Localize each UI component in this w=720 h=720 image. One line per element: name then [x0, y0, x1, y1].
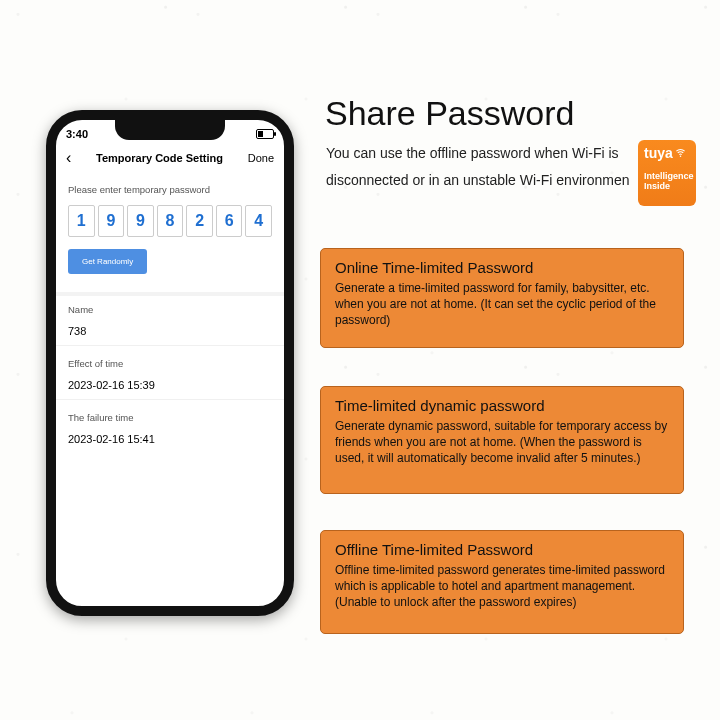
- page-title: Temporary Code Setting: [96, 152, 223, 164]
- feature-card-online: Online Time-limited Password Generate a …: [320, 248, 684, 348]
- wifi-icon: [675, 147, 686, 158]
- password-digit[interactable]: 1: [68, 205, 95, 237]
- nav-bar: ‹ Temporary Code Setting Done: [56, 148, 284, 172]
- card-body: Generate dynamic password, suitable for …: [335, 418, 669, 467]
- password-prompt-label: Please enter temporary password: [68, 184, 272, 195]
- card-title: Offline Time-limited Password: [335, 541, 669, 558]
- tuya-line2: Inside: [644, 181, 670, 191]
- feature-card-offline: Offline Time-limited Password Offline ti…: [320, 530, 684, 634]
- failure-time-label: The failure time: [68, 412, 272, 423]
- phone-notch: [115, 118, 225, 140]
- battery-icon: [256, 129, 274, 139]
- failure-time-value[interactable]: 2023-02-16 15:41: [68, 433, 272, 445]
- tuya-badge: tuya Intelligence Inside: [638, 140, 696, 206]
- section-divider: [56, 292, 284, 296]
- card-title: Online Time-limited Password: [335, 259, 669, 276]
- tuya-line1: Intelligence: [644, 171, 694, 181]
- password-digit[interactable]: 2: [186, 205, 213, 237]
- name-value[interactable]: 738: [68, 325, 272, 337]
- subheading: You can use the offline password when Wi…: [326, 140, 636, 193]
- password-digit[interactable]: 8: [157, 205, 184, 237]
- done-button[interactable]: Done: [248, 152, 274, 164]
- status-time: 3:40: [66, 128, 88, 140]
- card-body: Offline time-limited password generates …: [335, 562, 669, 611]
- tuya-brand-text: tuya: [644, 145, 673, 161]
- password-digit[interactable]: 6: [216, 205, 243, 237]
- card-body: Generate a time-limited password for fam…: [335, 280, 669, 329]
- password-digit-row: 1 9 9 8 2 6 4: [68, 205, 272, 237]
- effect-time-label: Effect of time: [68, 358, 272, 369]
- svg-point-0: [680, 155, 681, 156]
- card-title: Time-limited dynamic password: [335, 397, 669, 414]
- password-digit[interactable]: 4: [245, 205, 272, 237]
- phone-frame: 3:40 ‹ Temporary Code Setting Done Pleas…: [46, 110, 294, 616]
- back-button[interactable]: ‹: [66, 150, 71, 166]
- tuya-brand: tuya: [644, 145, 690, 161]
- effect-time-value[interactable]: 2023-02-16 15:39: [68, 379, 272, 391]
- feature-card-dynamic: Time-limited dynamic password Generate d…: [320, 386, 684, 494]
- get-random-button[interactable]: Get Randomly: [68, 249, 147, 274]
- headline: Share Password: [325, 94, 574, 133]
- password-digit[interactable]: 9: [98, 205, 125, 237]
- password-digit[interactable]: 9: [127, 205, 154, 237]
- name-label: Name: [68, 304, 272, 315]
